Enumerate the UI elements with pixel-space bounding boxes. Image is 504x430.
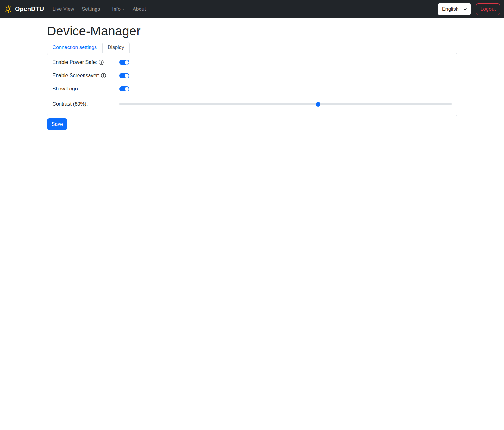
- nav-menu: Live View Settings Info About: [49, 4, 150, 15]
- show-logo-toggle[interactable]: [119, 86, 129, 91]
- tab-connection-settings[interactable]: Connection settings: [47, 42, 103, 53]
- navbar-right-group: English Logout: [438, 3, 500, 15]
- form-row-contrast: Contrast (60%):: [53, 100, 452, 108]
- save-button[interactable]: Save: [47, 118, 67, 130]
- screensaver-label: Enable Screensaver:: [53, 73, 119, 78]
- main-container: Device-Manager Connection settings Displ…: [43, 24, 461, 130]
- display-settings-card: Enable Power Safe: Enable Screensaver:: [47, 53, 457, 116]
- power-safe-label: Enable Power Safe:: [53, 59, 119, 65]
- nav-item-settings[interactable]: Settings: [79, 4, 107, 15]
- form-row-power-safe: Enable Power Safe:: [53, 59, 452, 66]
- nav-item-live-view[interactable]: Live View: [50, 4, 77, 15]
- page-title: Device-Manager: [47, 24, 457, 38]
- contrast-label: Contrast (60%):: [53, 101, 119, 107]
- brand-link[interactable]: OpenDTU: [4, 5, 44, 13]
- info-icon[interactable]: [101, 73, 106, 78]
- nav-item-info[interactable]: Info: [109, 4, 128, 15]
- language-selected-value: English: [442, 6, 458, 12]
- form-row-show-logo: Show Logo:: [53, 85, 452, 93]
- tab-bar: Connection settings Display: [47, 42, 457, 53]
- logout-button[interactable]: Logout: [476, 3, 500, 15]
- show-logo-label: Show Logo:: [53, 86, 119, 92]
- language-select[interactable]: English: [438, 3, 471, 15]
- sun-icon: [4, 5, 12, 13]
- contrast-slider[interactable]: [119, 102, 452, 107]
- brand-label: OpenDTU: [15, 5, 44, 13]
- form-row-screensaver: Enable Screensaver:: [53, 72, 452, 79]
- chevron-down-icon: [463, 7, 467, 11]
- tab-display[interactable]: Display: [102, 42, 129, 53]
- info-icon[interactable]: [99, 60, 104, 65]
- screensaver-toggle[interactable]: [119, 73, 129, 78]
- nav-item-about[interactable]: About: [130, 4, 148, 15]
- chevron-down-icon: [102, 9, 104, 10]
- chevron-down-icon: [122, 9, 125, 10]
- top-navbar: OpenDTU Live View Settings Info About En…: [0, 0, 504, 18]
- power-safe-toggle[interactable]: [119, 60, 129, 65]
